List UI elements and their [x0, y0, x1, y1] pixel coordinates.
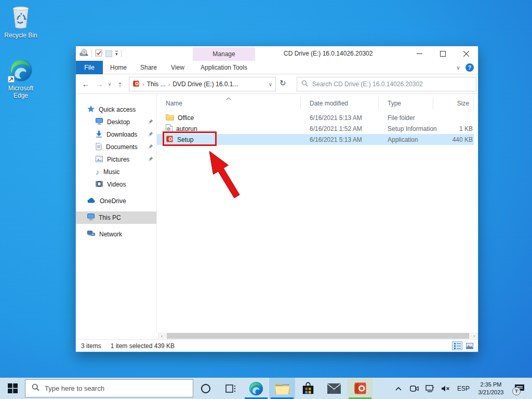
column-header-name[interactable]: Name [157, 97, 301, 110]
ribbon-collapse-icon[interactable]: ∨ [456, 64, 460, 71]
recent-locations-icon[interactable]: ∨ [106, 77, 113, 91]
folder-icon [166, 114, 174, 122]
ribbon-tab-row: File Home Share View Application Tools ∨… [76, 61, 478, 74]
document-icon [96, 143, 102, 152]
tab-share[interactable]: Share [134, 61, 163, 74]
forward-icon[interactable]: → [92, 77, 106, 91]
pin-icon [148, 143, 153, 151]
edge-icon [9, 58, 33, 84]
film-icon [96, 181, 103, 189]
file-row-office[interactable]: Office 6/16/2021 5:13 AM File folder [157, 112, 474, 123]
help-icon[interactable]: ? [466, 63, 474, 72]
sidebar-item-this-pc[interactable]: This PC [76, 211, 156, 224]
clock-time: 2:35 PM [475, 381, 507, 389]
up-icon[interactable]: ↑ [113, 77, 127, 91]
column-header-type[interactable]: Type [379, 97, 433, 110]
title-bar: ▾ Manage CD Drive (E:) 16.0.14026.20302 [76, 46, 478, 61]
cortana-button[interactable] [193, 378, 218, 399]
qat-separator [91, 50, 92, 57]
shortcut-arrow-icon [8, 76, 15, 83]
tab-view[interactable]: View [164, 61, 191, 74]
file-name: Office [178, 114, 194, 122]
scroll-left-icon[interactable]: ‹ [158, 334, 166, 339]
taskbar-app-file-explorer[interactable] [269, 378, 295, 399]
desktop-icon-microsoft-edge[interactable]: Microsoft Edge [0, 58, 42, 100]
taskbar-app-edge[interactable] [243, 378, 269, 399]
customize-qat-icon[interactable]: ▾ [115, 51, 118, 57]
taskbar-search-box[interactable] [25, 379, 193, 397]
taskbar-search-input[interactable] [45, 384, 187, 392]
start-button[interactable] [0, 378, 25, 399]
sidebar-item-label: Videos [107, 181, 126, 188]
items-count: 3 items [81, 342, 101, 350]
desktop-icon-recycle-bin[interactable]: Recycle Bin [0, 4, 42, 39]
breadcrumb-drive[interactable]: DVD Drive (E:) 16.0.1... [172, 81, 238, 88]
sidebar-item-quick-access[interactable]: Quick access [76, 103, 156, 116]
scroll-right-icon[interactable]: › [470, 334, 478, 339]
sidebar-item-music[interactable]: ♪ Music [76, 166, 156, 178]
back-icon[interactable]: ← [79, 77, 92, 91]
horizontal-scrollbar[interactable]: ‹ › [76, 332, 478, 339]
new-folder-icon[interactable] [105, 50, 112, 57]
window-title: CD Drive (E:) 16.0.14026.20302 [284, 46, 373, 61]
column-header-size[interactable]: Size [433, 97, 474, 110]
scrollbar-thumb[interactable] [167, 333, 469, 339]
navigation-toolbar: ← → ∨ ↑ › This ... › DVD Drive (E:) 16.0… [76, 74, 478, 94]
drive-properties-icon[interactable] [79, 49, 88, 58]
sidebar-item-label: Documents [106, 143, 138, 151]
pin-icon [148, 131, 153, 138]
breadcrumb-separator: › [168, 81, 170, 87]
sidebar-item-label: Desktop [107, 118, 130, 126]
column-headers: Name Date modified Type Size [157, 97, 474, 110]
action-center-button[interactable]: T [509, 378, 530, 399]
tab-home[interactable]: Home [104, 61, 133, 74]
address-bar[interactable]: › This ... › DVD Drive (E:) 16.0.1... ∨ [129, 77, 276, 91]
sidebar-item-label: This PC [99, 214, 121, 221]
sidebar-item-documents[interactable]: Documents [76, 141, 156, 153]
taskbar-app-mail[interactable] [321, 378, 347, 399]
column-header-date-modified[interactable]: Date modified [301, 97, 379, 110]
clock[interactable]: 2:35 PM 3/21/2023 [475, 381, 507, 396]
details-view-button[interactable] [452, 341, 462, 350]
file-type: File folder [388, 112, 415, 123]
show-hidden-icons-chevron[interactable] [392, 378, 405, 399]
sidebar-item-label: Downloads [107, 131, 137, 138]
sidebar-item-pictures[interactable]: Pictures [76, 153, 156, 166]
taskbar-app-microsoft-store[interactable] [295, 378, 321, 399]
sidebar-item-downloads[interactable]: Downloads [76, 128, 156, 141]
notification-badge: T [512, 387, 521, 395]
close-button[interactable] [455, 46, 478, 61]
star-icon [87, 105, 95, 114]
pin-icon [148, 118, 153, 126]
sidebar-item-onedrive[interactable]: OneDrive [76, 195, 156, 207]
quick-access-toolbar: ▾ [79, 48, 122, 59]
monitor-icon [87, 214, 95, 222]
maximize-button[interactable] [431, 46, 455, 61]
file-date: 6/16/2021 5:13 AM [310, 112, 362, 123]
volume-muted-icon[interactable] [438, 378, 452, 399]
explorer-search-input[interactable] [312, 81, 472, 88]
system-tray: ESP 2:35 PM 3/21/2023 T [392, 378, 532, 399]
tab-application-tools[interactable]: Application Tools [193, 61, 255, 74]
desktop: Recycle Bin Micros [0, 0, 532, 399]
address-dropdown-icon[interactable]: ∨ [269, 82, 272, 87]
sidebar-item-network[interactable]: Network [76, 228, 156, 241]
language-indicator[interactable]: ESP [454, 385, 473, 392]
qat-separator [121, 50, 122, 57]
explorer-search-box[interactable] [297, 77, 476, 91]
refresh-icon[interactable]: ↻ [280, 78, 286, 88]
taskbar-app-office[interactable] [347, 378, 373, 399]
search-icon [301, 80, 308, 88]
sidebar-item-videos[interactable]: Videos [76, 178, 156, 191]
download-arrow-icon [96, 130, 102, 139]
meet-now-icon[interactable] [407, 378, 421, 399]
network-icon[interactable] [423, 378, 436, 399]
search-icon [32, 383, 39, 393]
minimize-button[interactable] [408, 46, 431, 61]
task-view-button[interactable] [218, 378, 243, 399]
select-all-icon[interactable] [95, 49, 102, 58]
sidebar-item-desktop[interactable]: Desktop [76, 116, 156, 128]
tab-file[interactable]: File [76, 61, 103, 74]
large-icons-view-button[interactable] [464, 341, 475, 350]
breadcrumb-this-pc[interactable]: This ... [147, 81, 166, 88]
